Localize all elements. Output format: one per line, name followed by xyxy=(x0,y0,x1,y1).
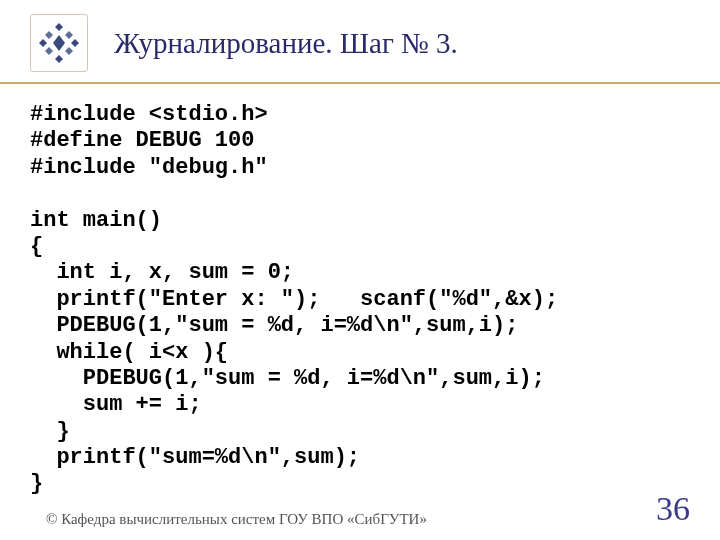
slide-footer: © Кафедра вычислительных систем ГОУ ВПО … xyxy=(0,490,720,528)
svg-marker-0 xyxy=(55,23,63,31)
svg-marker-8 xyxy=(65,47,73,55)
code-listing: #include <stdio.h> #define DEBUG 100 #in… xyxy=(0,84,720,498)
svg-marker-2 xyxy=(39,39,47,47)
svg-marker-7 xyxy=(45,47,53,55)
logo-icon xyxy=(30,14,88,72)
svg-marker-4 xyxy=(53,35,65,51)
slide-header: Журналирование. Шаг № 3. xyxy=(0,0,720,84)
slide-title: Журналирование. Шаг № 3. xyxy=(114,27,458,60)
svg-marker-5 xyxy=(45,31,53,39)
copyright-text: © Кафедра вычислительных систем ГОУ ВПО … xyxy=(46,511,427,528)
svg-marker-3 xyxy=(71,39,79,47)
page-number: 36 xyxy=(656,490,690,528)
svg-marker-1 xyxy=(55,55,63,63)
svg-marker-6 xyxy=(65,31,73,39)
